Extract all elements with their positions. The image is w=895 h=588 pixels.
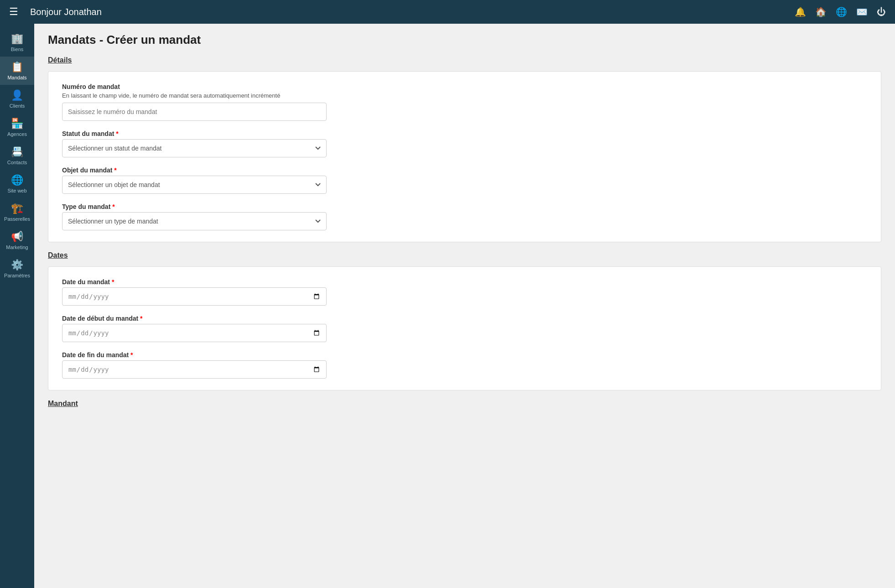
header: ☰ Bonjour Jonathan 🔔 🏠 🌐 ✉️ ⏻ [0, 0, 895, 24]
select-statut-mandat[interactable]: Sélectionner un statut de mandat [62, 139, 327, 157]
main-content: Mandats - Créer un mandat Détails Numéro… [34, 24, 895, 588]
sidebar-item-marketing[interactable]: 📢 Marketing [0, 226, 34, 255]
sidebar-item-label-marketing: Marketing [6, 245, 28, 250]
section-details: Détails Numéro de mandat En laissant le … [48, 56, 881, 242]
group-statut-mandat: Statut du mandat * Sélectionner un statu… [62, 130, 867, 157]
sidebar-item-passerelles[interactable]: 🏗️ Passerelles [0, 198, 34, 226]
label-date-fin: Date de fin du mandat * [62, 351, 867, 359]
input-date-mandat[interactable] [62, 287, 327, 306]
bell-icon[interactable]: 🔔 [795, 6, 806, 17]
sidebar-item-label-biens: Biens [11, 47, 24, 52]
sidebar-item-contacts[interactable]: 📇 Contacts [0, 141, 34, 170]
parametres-icon: ⚙️ [11, 259, 23, 271]
section-dates: Dates Date du mandat * Date de début du … [48, 251, 881, 390]
marketing-icon: 📢 [11, 231, 23, 243]
details-card: Numéro de mandat En laissant le champ vi… [48, 71, 881, 242]
mail-icon[interactable]: ✉️ [856, 6, 868, 17]
sidebar-item-label-contacts: Contacts [7, 160, 27, 165]
sidebar-item-label-mandats: Mandats [7, 75, 26, 80]
input-date-debut[interactable] [62, 324, 327, 342]
sidebar-item-label-site-web: Site web [7, 188, 26, 193]
group-numero-mandat: Numéro de mandat En laissant le champ vi… [62, 83, 867, 121]
select-objet-mandat[interactable]: Sélectionner un objet de mandat [62, 176, 327, 194]
sidebar-item-label-passerelles: Passerelles [4, 216, 30, 222]
agences-icon: 🏪 [11, 118, 23, 130]
sidebar-item-biens[interactable]: 🏢 Biens [0, 28, 34, 57]
section-mandant: Mandant [48, 400, 881, 408]
dates-card: Date du mandat * Date de début du mandat… [48, 266, 881, 390]
sidebar-item-label-parametres: Paramètres [4, 273, 30, 278]
label-objet-mandat: Objet du mandat * [62, 167, 867, 174]
power-icon[interactable]: ⏻ [877, 7, 886, 17]
sidebar-item-site-web[interactable]: 🌐 Site web [0, 170, 34, 198]
hint-numero-mandat: En laissant le champ vide, le numéro de … [62, 92, 867, 99]
mandats-icon: 📋 [11, 61, 23, 73]
home-icon[interactable]: 🏠 [815, 6, 827, 17]
section-mandant-label: Mandant [48, 400, 881, 408]
label-date-debut: Date de début du mandat * [62, 315, 867, 322]
clients-icon: 👤 [11, 89, 23, 101]
biens-icon: 🏢 [11, 33, 23, 45]
passerelles-icon: 🏗️ [11, 203, 23, 214]
group-date-debut: Date de début du mandat * [62, 315, 867, 342]
sidebar-item-agences[interactable]: 🏪 Agences [0, 113, 34, 141]
label-date-mandat: Date du mandat * [62, 278, 867, 286]
group-date-mandat: Date du mandat * [62, 278, 867, 306]
contacts-icon: 📇 [11, 146, 23, 158]
site-web-icon: 🌐 [11, 174, 23, 186]
group-objet-mandat: Objet du mandat * Sélectionner un objet … [62, 167, 867, 194]
page-title: Mandats - Créer un mandat [48, 33, 881, 47]
select-type-mandat[interactable]: Sélectionner un type de mandat [62, 212, 327, 230]
label-type-mandat: Type du mandat * [62, 203, 867, 210]
input-date-fin[interactable] [62, 360, 327, 379]
header-icons: 🔔 🏠 🌐 ✉️ ⏻ [795, 6, 886, 17]
group-date-fin: Date de fin du mandat * [62, 351, 867, 379]
group-type-mandat: Type du mandat * Sélectionner un type de… [62, 203, 867, 230]
app-body: 🏢 Biens 📋 Mandats 👤 Clients 🏪 Agences 📇 … [0, 24, 895, 588]
globe-icon[interactable]: 🌐 [836, 6, 847, 17]
sidebar-item-clients[interactable]: 👤 Clients [0, 85, 34, 113]
sidebar-item-label-clients: Clients [10, 103, 25, 109]
input-numero-mandat[interactable] [62, 103, 327, 121]
hamburger-icon[interactable]: ☰ [9, 6, 18, 18]
header-greeting: Bonjour Jonathan [30, 7, 787, 17]
label-numero-mandat: Numéro de mandat [62, 83, 867, 90]
sidebar-item-mandats[interactable]: 📋 Mandats [0, 57, 34, 85]
sidebar-item-parametres[interactable]: ⚙️ Paramètres [0, 255, 34, 283]
section-details-label: Détails [48, 56, 881, 64]
sidebar: 🏢 Biens 📋 Mandats 👤 Clients 🏪 Agences 📇 … [0, 24, 34, 588]
label-statut-mandat: Statut du mandat * [62, 130, 867, 137]
section-dates-label: Dates [48, 251, 881, 260]
sidebar-item-label-agences: Agences [7, 131, 27, 137]
